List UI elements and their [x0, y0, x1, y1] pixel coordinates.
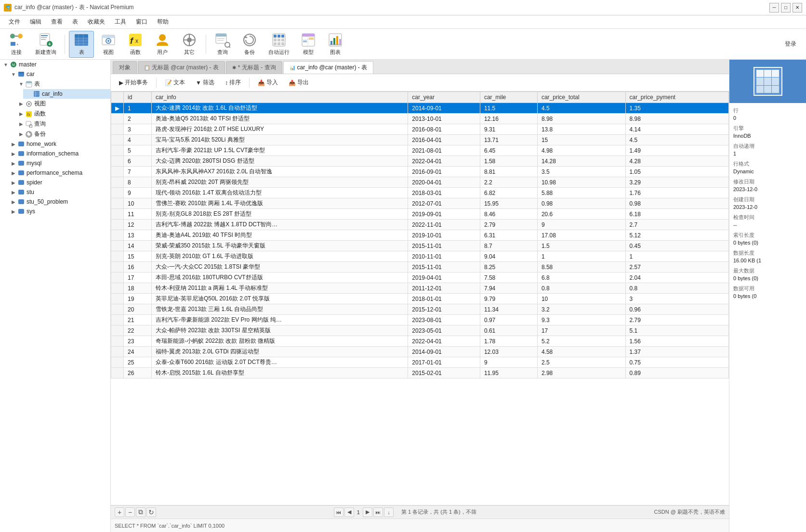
minimize-button[interactable]: ─: [769, 3, 779, 13]
cell-car_info[interactable]: 大众-帕萨特 2023款 改款 330TSI 星空精英版: [151, 325, 408, 336]
col-header-car-price-total[interactable]: car_price_total: [537, 92, 625, 103]
cell-car_price_pyment[interactable]: 3: [625, 294, 728, 304]
cell-car_price_total[interactable]: 1.5: [537, 241, 625, 251]
cell-car_info[interactable]: 大众-一汽-大众CC 2015款 1.8TSI 豪华型: [151, 262, 408, 272]
cell-car_price_total[interactable]: 9.3: [537, 315, 625, 325]
cell-car_year[interactable]: 2016-09-01: [408, 167, 480, 177]
cell-car_year[interactable]: 2023-08-01: [408, 315, 480, 325]
cell-id[interactable]: 21: [124, 315, 152, 325]
cell-car_info[interactable]: 众泰-众泰T600 2016款 运动版 2.0T DCT尊贵…: [151, 357, 408, 368]
toolbar-query[interactable]: 查询: [210, 31, 235, 58]
cell-car_mile[interactable]: 8.7: [480, 241, 537, 251]
table-row[interactable]: 6大众-迈腾 2020款 280TSI DSG 舒适型2022-04-011.5…: [111, 156, 729, 167]
cell-car_price_pyment[interactable]: 4.14: [625, 124, 728, 135]
toolbar-chart[interactable]: 图表: [323, 31, 348, 58]
cell-car_price_total[interactable]: 0.8: [537, 283, 625, 294]
cell-car_info[interactable]: 铃木-利亚纳 2011款 a 两厢 1.4L 手动标准型: [151, 283, 408, 294]
cell-car_year[interactable]: 2022-04-01: [408, 336, 480, 347]
cell-car_info[interactable]: 别克-别克GL8 2018款 ES 28T 舒适型: [151, 209, 408, 220]
cell-car_year[interactable]: 2022-04-01: [408, 156, 480, 167]
prev-page-button[interactable]: ◀: [344, 507, 354, 517]
menu-tools[interactable]: 工具: [110, 16, 131, 28]
last-page-button[interactable]: ⏭: [373, 507, 383, 517]
toolbar-new-query[interactable]: + 新建查询: [31, 31, 61, 58]
cell-id[interactable]: 6: [124, 156, 152, 167]
cell-car_year[interactable]: 2019-10-01: [408, 230, 480, 241]
cell-car_price_total[interactable]: 5.2: [537, 336, 625, 347]
sidebar-item-home-work[interactable]: ▶ home_work: [8, 139, 110, 149]
tree-toggle-ps[interactable]: ▶: [10, 169, 17, 177]
cell-car_info[interactable]: 奇瑞新能源-小蚂蚁 2022款 改款 甜粉款 微精版: [151, 336, 408, 347]
cell-car_year[interactable]: 2016-04-01: [408, 135, 480, 145]
cell-car_info[interactable]: 吉利汽车-帝豪新能源 2022款 EV Pro 网约版 纯…: [151, 315, 408, 325]
cell-id[interactable]: 15: [124, 251, 152, 262]
cell-car_price_pyment[interactable]: 8.98: [625, 114, 728, 124]
cell-car_year[interactable]: 2013-10-01: [408, 114, 480, 124]
cell-car_info[interactable]: 东风风神-东风风神AX7 2016款 2.0L 自动智逸: [151, 167, 408, 177]
cell-car_year[interactable]: 2019-04-01: [408, 272, 480, 283]
cell-id[interactable]: 2: [124, 114, 152, 124]
toolbar-table[interactable]: 表: [69, 31, 94, 58]
cell-car_price_pyment[interactable]: 4.5: [625, 135, 728, 145]
cell-car_price_pyment[interactable]: 2.04: [625, 272, 728, 283]
cell-car_price_pyment[interactable]: 1.35: [625, 103, 728, 114]
cell-car_price_total[interactable]: 14.28: [537, 156, 625, 167]
first-page-button[interactable]: ⏮: [334, 507, 344, 517]
cell-car_mile[interactable]: 9: [480, 357, 537, 368]
tree-toggle-tables[interactable]: ▼: [17, 80, 25, 88]
cell-id[interactable]: 5: [124, 145, 152, 156]
cell-car_year[interactable]: 2018-01-01: [408, 294, 480, 304]
sidebar-item-tables[interactable]: ▼ 表: [15, 79, 110, 89]
table-row[interactable]: 2奥迪-奥迪Q5 2013款 40 TFSI 舒适型2013-10-0112.1…: [111, 114, 729, 124]
tree-toggle-stu[interactable]: ▶: [10, 188, 17, 196]
cell-id[interactable]: 4: [124, 135, 152, 145]
cell-car_year[interactable]: 2018-03-01: [408, 188, 480, 198]
cell-car_year[interactable]: 2014-09-01: [408, 347, 480, 357]
cell-car_info[interactable]: 宝马-宝马5系 2014款 520Li 典雅型: [151, 135, 408, 145]
cell-car_info[interactable]: 别克-昂科威 2020款 20T 两驱领先型: [151, 177, 408, 188]
cell-car_mile[interactable]: 11.95: [480, 368, 537, 378]
cell-car_year[interactable]: 2015-12-01: [408, 304, 480, 315]
menu-view[interactable]: 查看: [46, 16, 67, 28]
cell-car_mile[interactable]: 9.04: [480, 251, 537, 262]
sidebar-item-car-info[interactable]: car_info: [23, 89, 110, 99]
cell-car_mile[interactable]: 8.81: [480, 167, 537, 177]
login-button[interactable]: 登录: [779, 38, 802, 50]
cell-car_info[interactable]: 现代-领动 2016款 1.4T 双离合炫动活力型: [151, 188, 408, 198]
cell-car_price_pyment[interactable]: 2.57: [625, 262, 728, 272]
col-header-car-info[interactable]: car_info: [151, 92, 408, 103]
cell-car_mile[interactable]: 1.58: [480, 156, 537, 167]
cell-car_year[interactable]: 2010-11-01: [408, 251, 480, 262]
cell-car_price_pyment[interactable]: 1.76: [625, 188, 728, 198]
cell-car_price_pyment[interactable]: 2.7: [625, 220, 728, 230]
table-row[interactable]: 13奥迪-奥迪A4L 2019款 40 TFSI 时尚型2019-10-016.…: [111, 230, 729, 241]
table-row[interactable]: 12吉利汽车-博越 2022款 博越X 1.8TD DCT智尚…2022-11-…: [111, 220, 729, 230]
tree-toggle-is[interactable]: ▶: [10, 150, 17, 157]
menu-window[interactable]: 窗口: [131, 16, 152, 28]
tree-toggle-hw[interactable]: ▶: [10, 140, 17, 148]
cell-car_price_total[interactable]: 20.6: [537, 209, 625, 220]
cell-car_price_pyment[interactable]: 5.12: [625, 230, 728, 241]
cell-id[interactable]: 11: [124, 209, 152, 220]
table-row[interactable]: 20雪铁龙-世嘉 2013款 三厢 1.6L 自动品尚型2015-12-0111…: [111, 304, 729, 315]
cell-car_price_pyment[interactable]: 0.89: [625, 368, 728, 378]
table-row[interactable]: 9现代-领动 2016款 1.4T 双离合炫动活力型2018-03-016.82…: [111, 188, 729, 198]
toolbar-model[interactable]: 模型: [296, 31, 321, 58]
cell-car_price_total[interactable]: 0.98: [537, 198, 625, 209]
cell-car_price_pyment[interactable]: 1.49: [625, 145, 728, 156]
cell-car_info[interactable]: 雪佛兰-赛欧 2010款 两厢 1.4L 手动优逸版: [151, 198, 408, 209]
menu-favorites[interactable]: 收藏夹: [83, 16, 110, 28]
cell-car_info[interactable]: 雪铁龙-世嘉 2013款 三厢 1.6L 自动品尚型: [151, 304, 408, 315]
cell-car_year[interactable]: 2017-01-01: [408, 357, 480, 368]
table-row[interactable]: 24福特-翼虎 2013款 2.0L GTDi 四驱运动型2014-09-011…: [111, 347, 729, 357]
menu-table[interactable]: 表: [67, 16, 83, 28]
cell-id[interactable]: 23: [124, 336, 152, 347]
cell-car_info[interactable]: 大众-迈腾 2020款 280TSI DSG 舒适型: [151, 156, 408, 167]
tree-toggle-stu50[interactable]: ▶: [10, 198, 17, 206]
table-row[interactable]: 10雪佛兰-赛欧 2010款 两厢 1.4L 手动优逸版2012-07-0115…: [111, 198, 729, 209]
cell-id[interactable]: 25: [124, 357, 152, 368]
tree-toggle-sys[interactable]: ▶: [10, 208, 17, 215]
cell-car_price_pyment[interactable]: 3.29: [625, 177, 728, 188]
table-row[interactable]: 4宝马-宝马5系 2014款 520Li 典雅型2016-04-0113.711…: [111, 135, 729, 145]
table-row[interactable]: 26铃木-启悦 2015款 1.6L 自动舒享型2015-02-0111.952…: [111, 368, 729, 378]
